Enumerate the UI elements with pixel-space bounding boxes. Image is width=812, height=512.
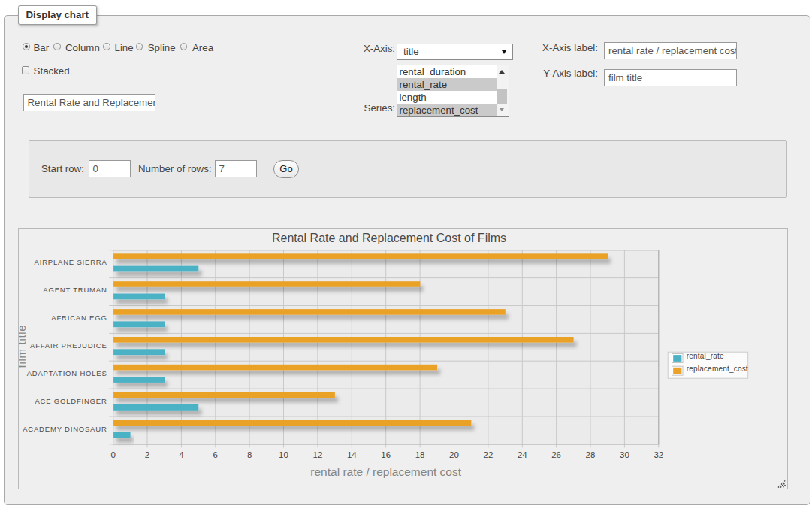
- svg-text:ADAPTATION HOLES: ADAPTATION HOLES: [27, 369, 107, 377]
- svg-text:26: 26: [551, 450, 561, 459]
- svg-text:replacement_cost: replacement_cost: [687, 365, 748, 373]
- svg-text:AIRPLANE SIERRA: AIRPLANE SIERRA: [35, 258, 107, 266]
- svg-text:30: 30: [620, 450, 629, 459]
- svg-text:ACADEMY DINOSAUR: ACADEMY DINOSAUR: [23, 425, 107, 433]
- svg-text:28: 28: [586, 450, 596, 459]
- svg-text:rental_rate: rental_rate: [687, 352, 724, 360]
- svg-text:12: 12: [313, 450, 323, 459]
- svg-text:6: 6: [213, 450, 218, 459]
- svg-text:rental rate / replacement cost: rental rate / replacement cost: [310, 465, 461, 478]
- svg-text:AFRICAN EGG: AFRICAN EGG: [51, 314, 107, 322]
- svg-text:0: 0: [110, 450, 115, 459]
- svg-text:24: 24: [518, 450, 527, 459]
- svg-text:2: 2: [145, 450, 149, 459]
- svg-text:10: 10: [279, 450, 288, 459]
- svg-text:4: 4: [179, 450, 184, 459]
- svg-text:22: 22: [484, 450, 494, 459]
- svg-text:20: 20: [449, 450, 459, 459]
- svg-text:8: 8: [247, 450, 252, 459]
- svg-text:AFFAIR PREJUDICE: AFFAIR PREJUDICE: [30, 341, 107, 350]
- svg-text:32: 32: [654, 450, 663, 459]
- svg-text:Rental Rate and Replacement Co: Rental Rate and Replacement Cost of Film…: [272, 232, 506, 244]
- svg-text:AGENT TRUMAN: AGENT TRUMAN: [43, 286, 107, 294]
- svg-text:16: 16: [381, 450, 391, 459]
- svg-text:film title: film title: [19, 325, 28, 368]
- svg-text:14: 14: [347, 450, 357, 459]
- svg-text:18: 18: [415, 450, 425, 459]
- svg-text:ACE GOLDFINGER: ACE GOLDFINGER: [35, 397, 107, 405]
